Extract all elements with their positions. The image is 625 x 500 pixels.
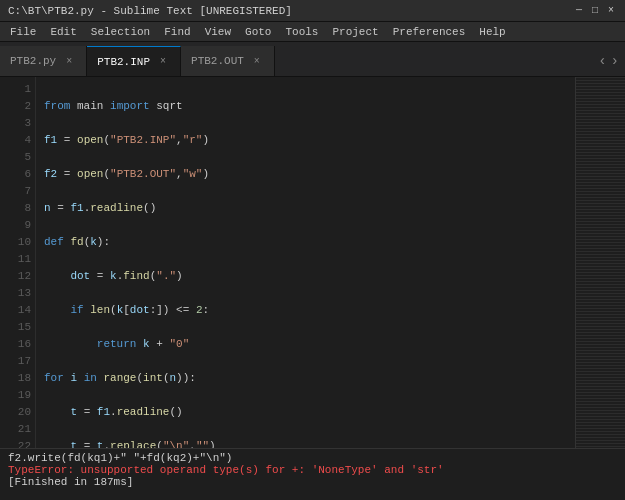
menu-preferences[interactable]: Preferences — [387, 22, 472, 42]
tab-label-out: PTB2.OUT — [191, 55, 244, 67]
tab-label-active: PTB2.INP — [97, 56, 150, 68]
code-line-4: n = f1.readline() — [44, 200, 575, 217]
code-line-11: t = t.replace("\n","") — [44, 438, 575, 448]
menu-find[interactable]: Find — [158, 22, 196, 42]
tab-right-arrow[interactable]: › — [611, 53, 619, 69]
code-line-8: return k + "0" — [44, 336, 575, 353]
menu-project[interactable]: Project — [326, 22, 384, 42]
output-line2: TypeError: unsupported operand type(s) f… — [8, 464, 617, 476]
tab-label: PTB2.py — [10, 55, 56, 67]
maximize-button[interactable]: □ — [589, 5, 601, 17]
menu-help[interactable]: Help — [473, 22, 511, 42]
code-line-7: if len(k[dot:]) <= 2: — [44, 302, 575, 319]
code-editor[interactable]: from main import sqrt f1 = open("PTB2.IN… — [36, 77, 575, 448]
minimap — [575, 77, 625, 448]
tab-close-ptb2py[interactable]: × — [62, 54, 76, 68]
code-line-3: f2 = open("PTB2.OUT","w") — [44, 166, 575, 183]
bottom-panel: f2.write(fd(kq1)+" "+fd(kq2)+"\n") TypeE… — [0, 448, 625, 500]
output-line3: [Finished in 187ms] — [8, 476, 617, 488]
code-line-6: dot = k.find(".") — [44, 268, 575, 285]
tab-ptb2py[interactable]: PTB2.py × — [0, 46, 87, 76]
tab-bar: PTB2.py × PTB2.INP × PTB2.OUT × ‹ › — [0, 42, 625, 77]
menu-goto[interactable]: Goto — [239, 22, 277, 42]
menu-selection[interactable]: Selection — [85, 22, 156, 42]
menu-tools[interactable]: Tools — [279, 22, 324, 42]
output-line1: f2.write(fd(kq1)+" "+fd(kq2)+"\n") — [8, 452, 617, 464]
tab-ptb2out[interactable]: PTB2.OUT × — [181, 46, 275, 76]
minimap-content — [576, 77, 625, 448]
window-controls[interactable]: ─ □ × — [573, 5, 617, 17]
code-line-9: for i in range(int(n)): — [44, 370, 575, 387]
code-line-5: def fd(k): — [44, 234, 575, 251]
line-numbers: 1 2 3 4 5 6 7 8 9 10 11 12 13 14 15 16 1… — [0, 77, 36, 448]
code-line-2: f1 = open("PTB2.INP","r") — [44, 132, 575, 149]
tab-close-ptb2inp[interactable]: × — [156, 55, 170, 69]
tab-scroll-arrows[interactable]: ‹ › — [592, 46, 625, 76]
title-bar: C:\BT\PTB2.py - Sublime Text [UNREGISTER… — [0, 0, 625, 22]
menu-bar: File Edit Selection Find View Goto Tools… — [0, 22, 625, 42]
minimize-button[interactable]: ─ — [573, 5, 585, 17]
menu-view[interactable]: View — [199, 22, 237, 42]
menu-edit[interactable]: Edit — [44, 22, 82, 42]
menu-file[interactable]: File — [4, 22, 42, 42]
tab-ptb2inp[interactable]: PTB2.INP × — [87, 46, 181, 76]
code-line-1: from main import sqrt — [44, 98, 575, 115]
close-button[interactable]: × — [605, 5, 617, 17]
tab-close-ptb2out[interactable]: × — [250, 54, 264, 68]
title-text: C:\BT\PTB2.py - Sublime Text [UNREGISTER… — [8, 5, 292, 17]
tab-left-arrow[interactable]: ‹ — [598, 53, 606, 69]
editor-container: 1 2 3 4 5 6 7 8 9 10 11 12 13 14 15 16 1… — [0, 77, 625, 448]
code-line-10: t = f1.readline() — [44, 404, 575, 421]
